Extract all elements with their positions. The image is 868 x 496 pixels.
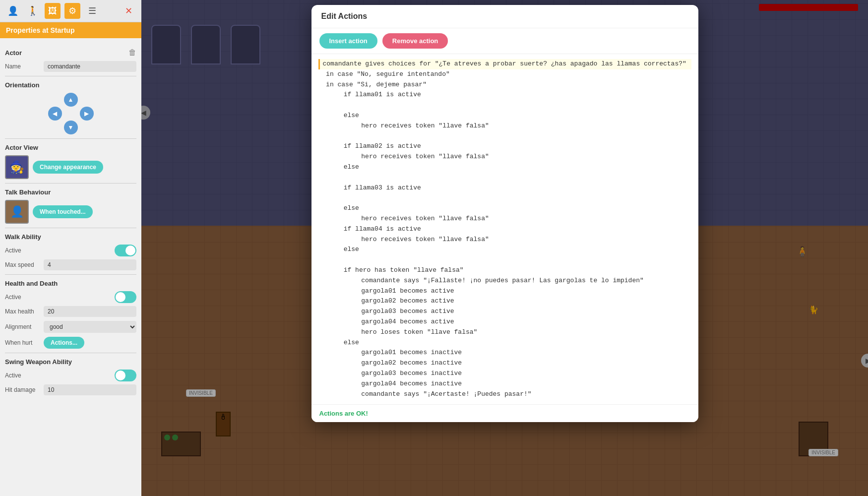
code-line-6: else [318,111,691,121]
code-line-31: gargola03 becomes inactive [318,369,691,379]
health-when-hurt-row: When hurt Actions... [5,337,136,349]
walk-icon[interactable]: 🚶 [25,3,41,19]
walk-max-speed-row: Max speed [5,259,136,270]
talk-sprite: 👤 [5,200,29,224]
main-area: Edit Actions Insert action Remove action… [141,0,868,496]
code-line-24: gargola02 becomes active [318,296,691,307]
modal-header: Edit Actions [311,5,698,28]
code-line-17: if llama04 is active [318,224,691,235]
walk-max-speed-label: Max speed [5,261,40,268]
code-line-23: gargola01 becomes active [318,286,691,297]
swing-active-row: Active [5,370,136,381]
sidebar: 👤 🚶 🖼 ⚙ ☰ ✕ Properties at Startup Actor … [0,0,141,496]
status-text: Actions are OK! [319,410,368,417]
properties-header: Properties at Startup [0,22,141,38]
orient-left-btn[interactable]: ◀ [48,107,62,121]
health-max-input[interactable] [44,306,136,317]
code-line-2: in case "No, seguire intentando" [318,69,691,80]
modal-title: Edit Actions [321,12,368,21]
close-icon[interactable]: ✕ [121,3,136,19]
sidebar-content: Actor 🗑 Name Orientation ◀ ▲ ▼ ▶ Actor V… [0,38,141,496]
remove-action-button[interactable]: Remove action [382,33,448,49]
code-line-22: comandante says "¡Fallaste! ¡no puedes p… [318,276,691,286]
code-line-26: gargola04 becomes active [318,317,691,327]
actor-name-input[interactable] [44,61,136,72]
code-line-10: hero receives token "llave falsa" [318,152,691,162]
orientation-title: Orientation [5,81,39,89]
code-line-11: else [318,162,691,173]
orient-center: ▲ ▼ [64,93,78,134]
code-line-18: hero receives token "llave falsa" [318,235,691,245]
code-line-32: gargola04 becomes inactive [318,379,691,389]
actor-sprite: 🧙 [5,155,29,179]
actor-name-row: Name [5,61,136,72]
code-line-12 [318,173,691,183]
actor-delete-icon[interactable]: 🗑 [128,48,136,57]
code-line-1: comandante gives choices for "¿Te atreve… [318,59,691,69]
settings-icon[interactable]: ⚙ [64,3,80,19]
code-line-20 [318,255,691,265]
talk-behaviour-title: Talk Behaviour [5,188,51,196]
health-active-toggle[interactable] [115,291,136,303]
swing-damage-label: Hit damage [5,386,40,393]
code-line-27: hero loses token "llave falsa" [318,327,691,338]
swing-weapon-title: Swing Weapon Ability [5,358,72,366]
code-line-29: gargola01 becomes inactive [318,348,691,358]
health-max-label: Max health [5,308,40,315]
actor-section-header: Actor 🗑 [5,48,136,57]
code-line-13: if llama03 is active [318,183,691,193]
walk-max-speed-input[interactable] [44,259,136,270]
person-icon[interactable]: 👤 [5,3,21,19]
image-icon[interactable]: 🖼 [45,3,61,19]
code-line-4: if llama01 is active [318,90,691,100]
code-line-21: if hero has token "llave falsa" [318,265,691,276]
walk-ability-section-header: Walk Ability [5,233,136,241]
menu-icon[interactable]: ☰ [84,3,100,19]
actor-view-section-header: Actor View [5,144,136,151]
when-touched-button[interactable]: When touched... [33,205,93,218]
code-line-33: comandante says "¡Acertaste! ¡Puedes pas… [318,389,691,400]
modal-toolbar: Insert action Remove action [311,28,698,54]
walk-active-row: Active [5,245,136,256]
swing-damage-row: Hit damage [5,384,136,395]
health-alignment-label: Alignment [5,323,40,330]
code-line-15: else [318,203,691,214]
insert-action-button[interactable]: Insert action [319,33,377,49]
health-when-hurt-label: When hurt [5,339,40,346]
when-hurt-actions-button[interactable]: Actions... [44,337,84,349]
orientation-control: ◀ ▲ ▼ ▶ [5,93,136,134]
edit-actions-modal: Edit Actions Insert action Remove action… [311,5,698,422]
toolbar: 👤 🚶 🖼 ⚙ ☰ ✕ [0,0,141,22]
swing-weapon-section-header: Swing Weapon Ability [5,358,136,366]
orient-right-btn[interactable]: ▶ [80,107,94,121]
health-active-label: Active [5,294,40,301]
walk-active-label: Active [5,247,40,254]
change-appearance-button[interactable]: Change appearance [33,161,103,174]
code-line-9: if llama02 is active [318,141,691,152]
actor-view-row: 🧙 Change appearance [5,155,136,179]
talk-behaviour-row: 👤 When touched... [5,200,136,224]
actor-section-title: Actor [5,49,22,57]
code-line-30: gargola02 becomes inactive [318,358,691,369]
code-line-19: else [318,245,691,255]
swing-active-toggle[interactable] [115,370,136,381]
orient-up-btn[interactable]: ▲ [64,93,78,107]
swing-damage-input[interactable] [44,384,136,395]
status-bar: Actions are OK! [311,404,698,422]
health-active-row: Active [5,291,136,303]
actor-view-title: Actor View [5,144,38,151]
walk-ability-title: Walk Ability [5,233,41,241]
code-line-7: hero receives token "llave falsa" [318,121,691,131]
orient-down-btn[interactable]: ▼ [64,121,78,134]
code-line-28: else [318,338,691,348]
actor-name-label: Name [5,63,40,70]
walk-active-toggle[interactable] [115,245,136,256]
swing-active-label: Active [5,372,40,379]
health-alignment-select[interactable]: good evil neutral [44,321,136,333]
code-line-25: gargola03 becomes active [318,307,691,317]
properties-title: Properties at Startup [6,26,74,34]
code-line-16: hero receives token "llave falsa" [318,214,691,224]
code-editor[interactable]: comandante gives choices for "¿Te atreve… [311,54,698,404]
health-alignment-row: Alignment good evil neutral [5,321,136,333]
code-line-14 [318,193,691,203]
